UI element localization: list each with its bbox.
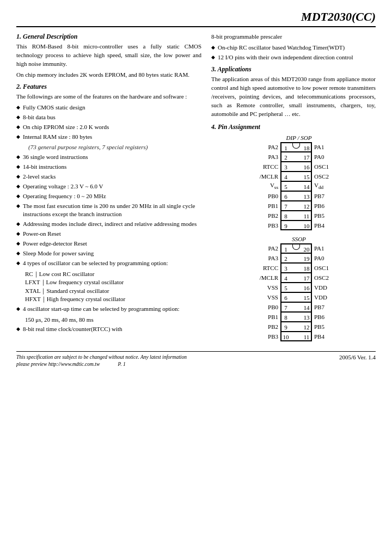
pin-name-left: PB0 (258, 304, 280, 310)
list-item: ◆The most fast execution time is 200 ns … (16, 202, 201, 219)
list-item: ◆4 oscillator start-up time can be selec… (16, 305, 201, 314)
pin-row: PA2 1 20 PA1 (258, 243, 335, 253)
pin-center (290, 283, 302, 292)
pin-row: PB1 8 13 PB6 (258, 312, 335, 322)
pin-row: VSS 6 15 VDD (258, 292, 335, 302)
features-list-4: ◆8-bit real time clock/counter(RTCC) wit… (16, 325, 201, 334)
pin-name-right: OSC1 (312, 265, 335, 271)
pin-name-right: VDD (312, 294, 335, 301)
bullet-icon: ◆ (16, 193, 20, 200)
pin-num: 10 (302, 221, 312, 230)
pin-name-left: PA2 (258, 245, 280, 252)
pin-name-left: VSS (258, 294, 280, 301)
pin-num: 5 (280, 181, 290, 191)
bullet-icon: ◆ (16, 133, 20, 140)
pin-center (290, 221, 302, 230)
pin-num: 12 (302, 322, 312, 332)
pin-name-left: PB3 (258, 222, 280, 229)
features-section: 2. Features The followings are some of t… (16, 83, 201, 334)
pin-row: Vss 5 14 Vdd (258, 181, 335, 191)
pin-num: 19 (302, 253, 312, 263)
pin-name-right: PA0 (312, 255, 335, 261)
pin-name-right: PA0 (312, 154, 335, 160)
pin-name-left: RTCC (258, 163, 280, 170)
right-column: 8-bit programmable prescaler ◆On-chip RC… (211, 33, 376, 347)
features-list: ◆Fully CMOS static design ◆8-bit data bu… (16, 103, 201, 142)
pin-name-left: PB1 (258, 314, 280, 320)
pin-name-right: PB5 (312, 323, 335, 330)
pin-num: 7 (280, 201, 290, 211)
pin-center (290, 162, 302, 172)
pin-name-left: /MCLR (258, 274, 280, 281)
pin-center (290, 322, 302, 332)
pin-center (290, 253, 302, 263)
page-header: MDT2030(CC) (16, 10, 376, 27)
document-title: MDT2030(CC) (301, 10, 376, 23)
pin-center (290, 292, 302, 302)
bullet-icon: ◆ (16, 104, 20, 111)
general-description-p2: On chip memory includes 2K words EPROM, … (16, 71, 201, 79)
general-description-title: 1. General Description (16, 33, 201, 41)
pin-row: PB0 6 13 PB7 (258, 191, 335, 201)
bullet-icon: ◆ (16, 183, 20, 190)
list-item: ◆On chip EPROM size : 2.0 K words (16, 123, 201, 132)
footer-notice-line2: please preview http://www.mdtic.com.tw P… (16, 361, 187, 368)
pin-name-left: PA2 (258, 144, 280, 150)
pin-row: PB0 7 14 PB7 (258, 302, 335, 312)
applications-text: The application areas of this MDT2030 ra… (211, 75, 376, 119)
features-intro: The followings are some of the features … (16, 93, 201, 101)
pin-name-right: PB6 (312, 203, 335, 209)
ssop-label: SSOP (222, 236, 376, 242)
pin-num: 6 (280, 292, 290, 302)
bullet-icon: ◆ (16, 250, 20, 257)
dip-sop-label: DIP / SOP (222, 134, 376, 141)
list-item: ◆Addressing modes include direct, indire… (16, 220, 201, 229)
footer-page: P. 1 (118, 362, 126, 367)
pin-num: 11 (302, 332, 312, 341)
pin-center (290, 152, 302, 162)
page: MDT2030(CC) 1. General Description This … (0, 0, 392, 551)
pin-center (290, 312, 302, 322)
bullet-icon: ◆ (16, 260, 20, 267)
pin-row: PB2 8 11 PB5 (258, 211, 335, 221)
pin-center (290, 273, 302, 283)
pin-num: 20 (302, 243, 312, 253)
right-features-list: ◆On-chip RC oscillator based Watchdog Ti… (211, 44, 376, 62)
prescaler-text: 8-bit programmable prescaler (211, 33, 376, 41)
list-item: ◆8-bit data bus (16, 113, 201, 122)
list-item: ◆4 types of oscillator can be selected b… (16, 259, 201, 268)
bullet-icon: ◆ (16, 230, 20, 237)
pin-notch (290, 243, 302, 253)
footer-version: 2005/6 Ver. 1.4 (339, 354, 376, 360)
pin-name-left: PB1 (258, 203, 280, 209)
pin-row: PB2 9 12 PB5 (258, 322, 335, 332)
pin-name-left: PB3 (258, 333, 280, 340)
pin-name-left: /MCLR (258, 173, 280, 180)
pin-row: PA2 1 18 PA1 (258, 142, 335, 152)
list-item: ◆Internal RAM size : 80 bytes (16, 133, 201, 142)
pin-center (290, 332, 302, 341)
list-item: ◆Power-on Reset (16, 230, 201, 238)
pin-name-right: PA1 (312, 144, 335, 150)
pin-num: 9 (280, 221, 290, 230)
left-column: 1. General Description This ROM-Based 8-… (16, 33, 201, 347)
pin-num: 8 (280, 312, 290, 322)
footer-notice-line1: This specification are subject to be cha… (16, 354, 187, 361)
bullet-icon: ◆ (211, 54, 215, 61)
pin-row: PA3 2 17 PA0 (258, 152, 335, 162)
list-item: ◆Sleep Mode for power saving (16, 249, 201, 258)
pin-name-right: PB7 (312, 193, 335, 199)
bullet-icon: ◆ (16, 114, 20, 121)
ssop-diagram: PA2 1 20 PA1 PA3 2 19 PA0 RTCC (217, 243, 376, 341)
pin-row: PB3 9 10 PB4 (258, 221, 335, 230)
pin-center (290, 181, 302, 191)
pin-row: PB3 10 11 PB4 (258, 332, 335, 341)
pin-num: 12 (302, 201, 312, 211)
pin-assignment-section: 4. Pin Assignment DIP / SOP PA2 1 18 PA1… (211, 123, 376, 341)
bullet-icon: ◆ (16, 221, 20, 228)
notch-shape (292, 143, 300, 149)
pin-center (290, 172, 302, 181)
pin-row: VSS 5 16 VDD (258, 283, 335, 292)
pin-center (290, 211, 302, 221)
pin-num: 10 (280, 332, 290, 341)
